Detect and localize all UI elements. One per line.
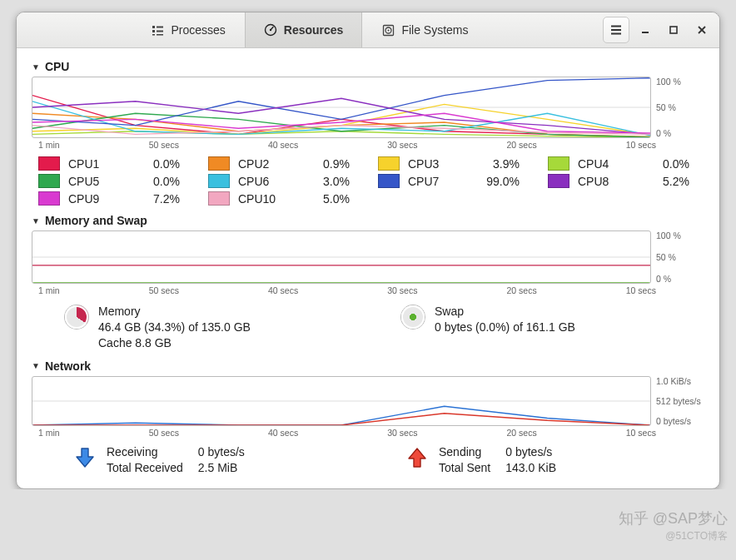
cpu-legend-item[interactable]: CPU10.0% — [38, 156, 188, 171]
total-received: 2.5 MiB — [198, 460, 245, 476]
receiving-summary: Receiving 0 bytes/s Total Received 2.5 M… — [73, 444, 372, 476]
headerbar: Processes Resources File Systems — [17, 12, 719, 48]
memory-history-chart — [32, 230, 651, 284]
list-icon — [151, 23, 164, 37]
sending-rate: 0 bytes/s — [505, 444, 556, 460]
color-swatch — [208, 191, 230, 206]
memory-label: Memory — [98, 304, 251, 320]
color-swatch — [38, 156, 60, 171]
cpu-legend-item[interactable]: CPU63.0% — [208, 174, 358, 188]
svg-rect-5 — [157, 34, 163, 36]
total-sent-label: Total Sent — [439, 460, 490, 476]
swap-pie-icon — [401, 305, 425, 329]
cpu-legend: CPU10.0%CPU20.9%CPU33.9%CPU40.0%CPU50.0%… — [32, 150, 704, 207]
memory-pie-icon — [65, 305, 88, 329]
color-swatch — [208, 174, 230, 188]
tab-label: Processes — [171, 23, 225, 37]
cpu-y-ticks: 100 % 50 % 0 % — [651, 77, 704, 138]
hamburger-icon — [610, 25, 622, 35]
total-received-label: Total Received — [107, 460, 183, 476]
cpu-percent: 0.9% — [290, 157, 358, 171]
cpu-legend-item[interactable]: CPU20.9% — [208, 156, 358, 171]
network-section-header[interactable]: ▼ Network — [32, 359, 704, 373]
memory-summary: Memory 46.4 GB (34.3%) of 135.0 GB Cache… — [65, 304, 368, 351]
view-tabstrip: Processes Resources File Systems — [22, 12, 598, 47]
cpu-percent: 3.0% — [290, 175, 358, 188]
tab-label: Resources — [284, 23, 344, 37]
memory-cache: Cache 8.8 GB — [98, 335, 251, 351]
cpu-section-header[interactable]: ▼ CPU — [32, 60, 704, 73]
cpu-legend-item[interactable]: CPU40.0% — [548, 156, 698, 171]
section-title: Memory and Swap — [45, 214, 147, 227]
receiving-rate: 0 bytes/s — [198, 444, 245, 460]
svg-rect-0 — [152, 26, 155, 28]
cpu-legend-item[interactable]: CPU799.0% — [378, 174, 528, 188]
color-swatch — [548, 174, 569, 188]
cpu-legend-item[interactable]: CPU105.0% — [208, 191, 358, 206]
cpu-percent: 5.0% — [290, 192, 358, 206]
cpu-percent: 0.0% — [629, 157, 698, 171]
cpu-history-chart — [32, 77, 651, 138]
section-title: Network — [45, 359, 91, 373]
swap-usage: 0 bytes (0.0%) of 161.1 GB — [435, 320, 575, 335]
color-swatch — [378, 156, 400, 171]
cpu-percent: 7.2% — [120, 192, 188, 206]
svg-point-7 — [270, 29, 271, 31]
swap-summary: Swap 0 bytes (0.0%) of 161.1 GB — [401, 304, 704, 335]
color-swatch — [38, 191, 60, 206]
download-arrow-icon — [73, 446, 97, 469]
receiving-label: Receiving — [107, 444, 183, 460]
svg-rect-1 — [152, 30, 155, 32]
cpu-legend-item[interactable]: CPU85.2% — [548, 174, 698, 188]
cpu-x-ticks: 1 min50 secs40 secs30 secs20 secs10 secs — [32, 138, 704, 150]
hamburger-menu-button[interactable] — [603, 17, 629, 43]
color-swatch — [378, 174, 400, 188]
cpu-name: CPU8 — [578, 175, 621, 188]
cpu-percent: 5.2% — [629, 175, 698, 188]
cpu-name: CPU2 — [238, 157, 281, 171]
svg-rect-3 — [157, 26, 163, 27]
cpu-percent: 0.0% — [120, 157, 188, 171]
cpu-legend-item[interactable]: CPU33.9% — [378, 156, 528, 171]
cpu-name: CPU5 — [68, 175, 112, 188]
cpu-name: CPU1 — [68, 157, 112, 171]
tab-processes[interactable]: Processes — [132, 12, 244, 47]
sending-summary: Sending 0 bytes/s Total Sent 143.0 KiB — [405, 444, 704, 476]
memory-usage: 46.4 GB (34.3%) of 135.0 GB — [98, 320, 251, 335]
cpu-name: CPU3 — [408, 157, 451, 171]
tab-resources[interactable]: Resources — [245, 12, 363, 47]
cpu-percent: 3.9% — [460, 157, 528, 171]
sending-label: Sending — [439, 444, 490, 460]
cpu-legend-item[interactable]: CPU97.2% — [38, 191, 188, 206]
system-monitor-window: Processes Resources File Systems — [16, 12, 720, 489]
section-title: CPU — [45, 60, 70, 73]
svg-rect-4 — [157, 30, 163, 32]
tab-filesystems[interactable]: File Systems — [362, 12, 487, 47]
minimize-button[interactable] — [633, 17, 658, 42]
tab-label: File Systems — [401, 23, 468, 37]
upload-arrow-icon — [405, 446, 429, 469]
network-x-ticks: 1 min50 secs40 secs30 secs20 secs10 secs — [32, 426, 704, 438]
maximize-icon — [669, 25, 679, 35]
network-y-ticks: 1.0 KiB/s 512 bytes/s 0 bytes/s — [651, 376, 704, 426]
network-history-chart — [32, 376, 651, 426]
close-button[interactable] — [689, 17, 714, 42]
cpu-name: CPU4 — [578, 157, 621, 171]
cpu-legend-item[interactable]: CPU50.0% — [38, 174, 188, 188]
color-swatch — [548, 156, 569, 171]
disclosure-triangle-icon: ▼ — [32, 361, 40, 370]
memory-section-header[interactable]: ▼ Memory and Swap — [32, 214, 704, 227]
cpu-name: CPU7 — [408, 175, 451, 188]
maximize-button[interactable] — [661, 17, 686, 42]
swap-label: Swap — [435, 304, 575, 320]
color-swatch — [208, 156, 230, 171]
memory-y-ticks: 100 % 50 % 0 % — [651, 230, 704, 284]
total-sent: 143.0 KiB — [505, 460, 556, 476]
svg-rect-2 — [152, 34, 155, 36]
svg-point-10 — [387, 29, 389, 31]
minimize-icon — [640, 25, 650, 35]
cpu-percent: 0.0% — [120, 175, 188, 188]
disclosure-triangle-icon: ▼ — [32, 62, 40, 72]
disk-icon — [381, 23, 395, 37]
cpu-name: CPU10 — [238, 192, 281, 206]
